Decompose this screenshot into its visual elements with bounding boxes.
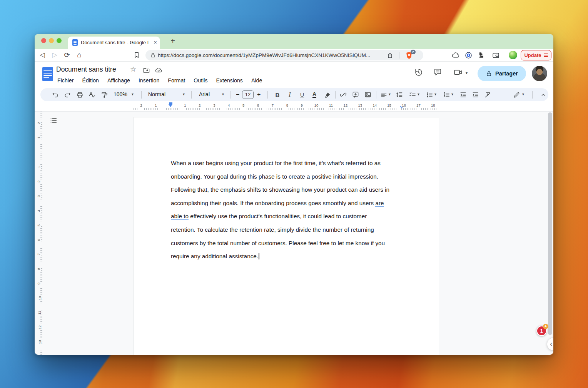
browser-tab[interactable]: Document sans titre - Google D × — [68, 37, 160, 49]
add-comment-icon[interactable] — [352, 91, 359, 99]
vertical-scrollbar[interactable] — [548, 112, 552, 335]
move-folder-icon[interactable] — [143, 67, 150, 74]
menu-format[interactable]: Format — [164, 76, 189, 85]
ruler-number: 16 — [401, 103, 407, 107]
google-docs-favicon — [72, 39, 78, 46]
tab-strip: Document sans titre - Google D × + — [35, 34, 553, 49]
forward-icon[interactable]: ▷ — [50, 50, 59, 60]
wallet-icon[interactable] — [492, 51, 500, 59]
align-icon[interactable] — [380, 91, 388, 99]
insert-image-icon[interactable] — [364, 91, 372, 99]
paragraph-style-select[interactable]: Normal — [148, 91, 165, 97]
menu-extensions[interactable]: Extensions — [212, 76, 247, 85]
cloud-saved-icon[interactable] — [155, 67, 162, 74]
back-icon[interactable]: ◁ — [38, 50, 47, 60]
ruler-number: 15 — [386, 103, 392, 107]
bookmark-icon[interactable] — [133, 51, 140, 59]
reload-icon[interactable]: ⟳ — [62, 50, 72, 60]
star-icon[interactable]: ☆ — [130, 65, 136, 74]
account-avatar[interactable] — [532, 66, 547, 81]
zoom-select[interactable]: 100% — [114, 91, 127, 97]
document-page[interactable]: When a user begins using your product fo… — [134, 117, 439, 355]
ruler-number: 17 — [416, 103, 421, 107]
ruler-number: 2 — [37, 121, 41, 125]
ruler-number: 3 — [37, 194, 41, 198]
checklist-icon[interactable] — [409, 91, 416, 99]
left-indent-marker[interactable] — [169, 102, 172, 107]
extension-avatar-icon[interactable] — [509, 51, 517, 59]
vertical-ruler[interactable]: 2112345678910111213 — [37, 112, 43, 355]
style-caret-icon[interactable]: ▾ — [183, 92, 185, 96]
home-icon[interactable]: ⌂ — [75, 50, 84, 60]
comments-icon[interactable] — [433, 68, 442, 77]
clear-formatting-icon[interactable] — [484, 91, 492, 99]
increase-indent-icon[interactable] — [471, 91, 479, 99]
font-size-input[interactable]: 12 — [242, 90, 254, 99]
checklist-caret-icon[interactable]: ▾ — [418, 92, 419, 96]
collapse-toolbar-icon[interactable] — [540, 91, 547, 99]
line-spacing-icon[interactable] — [396, 91, 403, 99]
document-outline-icon[interactable] — [49, 116, 58, 125]
align-caret-icon[interactable]: ▾ — [389, 92, 391, 96]
horizontal-ruler[interactable]: 21123456789101112131415161718 — [134, 102, 439, 112]
brave-shield-icon[interactable]: 2 — [405, 51, 413, 60]
version-history-icon[interactable] — [414, 68, 423, 77]
new-tab-button[interactable]: + — [168, 36, 178, 46]
document-canvas-area: 2112345678910111213 When a user begins u… — [35, 112, 553, 355]
menu-fichier[interactable]: Fichier — [53, 76, 78, 85]
ruler-number: 4 — [37, 209, 41, 212]
minimize-window-button[interactable] — [49, 38, 54, 43]
highlight-color-icon[interactable] — [324, 91, 331, 99]
menu-outils[interactable]: Outils — [189, 76, 212, 85]
ruler-number: 9 — [300, 103, 304, 107]
bulleted-list-icon[interactable] — [426, 91, 433, 99]
paint-format-icon[interactable] — [100, 91, 108, 99]
increase-font-icon[interactable]: + — [257, 91, 261, 98]
print-icon[interactable] — [76, 91, 84, 99]
spellcheck-icon[interactable] — [88, 91, 96, 99]
ruler-number: 13 — [38, 339, 42, 345]
numbered-caret-icon[interactable]: ▾ — [451, 92, 453, 96]
close-window-button[interactable] — [41, 38, 46, 43]
redo-icon[interactable] — [63, 91, 71, 99]
videocam-caret-icon[interactable]: ▾ — [466, 71, 468, 75]
undo-icon[interactable] — [51, 91, 59, 99]
italic-icon[interactable]: I — [286, 91, 294, 99]
text-line: customers by the total number of custome… — [171, 237, 405, 250]
menu-aide[interactable]: Aide — [247, 76, 266, 85]
browser-toolbar: ◁ ▷ ⟳ ⌂ https://docs.google.com/document… — [35, 49, 553, 62]
document-title[interactable]: Document sans titre — [56, 65, 116, 74]
address-bar[interactable]: https://docs.google.com/document/d/1yMZp… — [145, 50, 423, 60]
numbered-list-icon[interactable] — [443, 91, 450, 99]
menu-edition[interactable]: Édition — [78, 76, 103, 85]
notification-badge[interactable]: 1 + — [536, 326, 547, 336]
underline-icon[interactable]: U — [298, 91, 306, 99]
zoom-window-button[interactable] — [57, 38, 62, 43]
docs-toolbar: 100% ▾ Normal ▾ Arial ▾ − 12 + B I U A — [35, 87, 553, 102]
editing-mode-caret-icon[interactable]: ▾ — [522, 92, 524, 96]
insert-link-icon[interactable] — [339, 91, 347, 99]
bold-icon[interactable]: B — [274, 91, 281, 99]
share-button[interactable]: Partager — [478, 66, 526, 81]
onepassword-icon[interactable] — [464, 51, 473, 59]
meet-videocam-icon[interactable] — [453, 68, 463, 77]
sync-cloud-icon[interactable] — [452, 51, 460, 59]
bulleted-caret-icon[interactable]: ▾ — [434, 92, 436, 96]
close-tab-icon[interactable]: × — [154, 39, 157, 45]
font-caret-icon[interactable]: ▾ — [222, 92, 224, 96]
decrease-indent-icon[interactable] — [459, 91, 467, 99]
ruler-number: 2 — [198, 103, 201, 107]
font-select[interactable]: Arial — [199, 91, 210, 97]
document-text[interactable]: When a user begins using your product fo… — [171, 157, 405, 263]
zoom-caret-icon[interactable]: ▾ — [132, 92, 134, 96]
google-docs-logo[interactable] — [42, 67, 53, 81]
text-color-icon[interactable]: A — [311, 91, 318, 99]
url-text: https://docs.google.com/document/d/1yMZp… — [158, 52, 389, 58]
editing-mode-pen-icon[interactable] — [513, 91, 520, 99]
extensions-puzzle-icon[interactable] — [477, 51, 485, 59]
share-icon[interactable] — [387, 52, 393, 59]
menu-affichage[interactable]: Affichage — [103, 76, 134, 85]
update-button[interactable]: Update — [521, 50, 551, 60]
menu-insertion[interactable]: Insertion — [134, 76, 164, 85]
decrease-font-icon[interactable]: − — [236, 91, 239, 98]
